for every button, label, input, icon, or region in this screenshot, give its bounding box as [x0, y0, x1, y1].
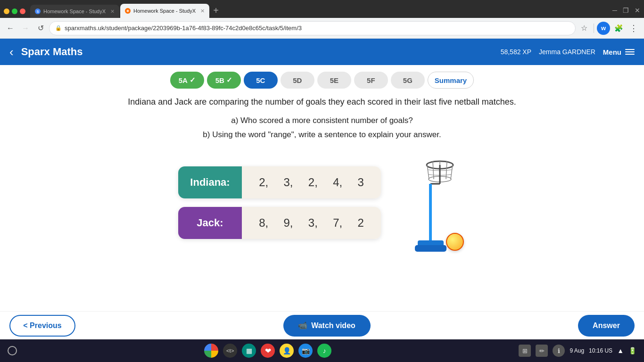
taskbar-ct-icon[interactable]: <t>	[223, 344, 237, 358]
app-header: ‹ Sparx Maths 58,582 XP Jemma GARDNER Me…	[0, 39, 644, 65]
taskbar-time: 10:16 US	[589, 347, 612, 354]
user-name: Jemma GARDNER	[539, 48, 595, 56]
answer-button[interactable]: Answer	[578, 315, 635, 337]
battery-icon: 🔋	[628, 347, 636, 354]
bottom-navigation: < Previous 📹 Watch video Answer	[0, 311, 644, 339]
menu-btn[interactable]: Menu	[603, 48, 635, 56]
taskbar-app3-icon[interactable]: ❤	[261, 344, 275, 358]
os-circle-btn[interactable]	[8, 346, 17, 355]
tab-5C[interactable]: 5C	[244, 72, 278, 89]
tab-summary[interactable]: Summary	[428, 72, 474, 89]
question-intro: Indiana and Jack are comparing the numbe…	[38, 95, 606, 109]
question-part-a: a) Who scored a more consistent number o…	[38, 114, 606, 128]
taskbar-screenshot-icon[interactable]: ⊞	[519, 345, 531, 357]
window-maximize-btn[interactable]	[12, 8, 17, 14]
tab-5D[interactable]: 5D	[281, 72, 314, 89]
window-close-btn[interactable]	[20, 8, 25, 14]
video-icon: 📹	[298, 321, 307, 330]
jack-values: 8, 9, 3, 7, 2	[242, 207, 381, 239]
nav-reload-btn[interactable]: ↺	[34, 22, 47, 35]
tab-5F[interactable]: 5F	[354, 72, 388, 89]
main-content: Indiana and Jack are comparing the numbe…	[0, 95, 644, 255]
profile-btn[interactable]: w	[597, 22, 610, 35]
data-section: Indiana: 2, 3, 2, 4, 3 Jack: 8, 9,	[38, 151, 606, 255]
taskbar-app5-icon[interactable]: 📷	[298, 344, 313, 358]
taskbar-pen-icon[interactable]: ✏	[536, 345, 548, 357]
browser-tab-active[interactable]: ◉ Homework Space - StudyX ✕	[120, 4, 209, 18]
check-icon-5A: ✓	[190, 76, 196, 84]
tab-navigation: 5A ✓ 5B ✓ 5C 5D 5E 5F 5G Summary	[0, 65, 644, 95]
window-minimize-btn[interactable]	[4, 8, 9, 14]
previous-button[interactable]: < Previous	[9, 315, 75, 337]
new-tab-btn[interactable]: +	[213, 5, 219, 18]
taskbar-chrome-icon[interactable]	[204, 344, 218, 358]
indiana-label: Indiana:	[178, 166, 242, 198]
watch-video-button[interactable]: 📹 Watch video	[283, 315, 371, 337]
wifi-icon: ▲	[617, 347, 624, 354]
address-bar[interactable]: 🔒 sparxmaths.uk/student/package/2203969b…	[49, 21, 576, 35]
jack-label: Jack:	[178, 207, 242, 239]
data-tables: Indiana: 2, 3, 2, 4, 3 Jack: 8, 9,	[178, 166, 381, 239]
taskbar-info-icon[interactable]: ℹ	[553, 345, 565, 357]
indiana-row: Indiana: 2, 3, 2, 4, 3	[178, 166, 381, 198]
indiana-values: 2, 3, 2, 4, 3	[242, 166, 381, 198]
watch-video-label: Watch video	[311, 321, 355, 330]
xp-display: 58,582 XP	[501, 48, 531, 56]
taskbar-meet-icon[interactable]: ▦	[242, 344, 256, 358]
tab-5B[interactable]: 5B ✓	[207, 72, 241, 89]
question-part-b: b) Using the word "range", write a sente…	[38, 128, 606, 142]
netball-illustration	[405, 151, 466, 255]
os-taskbar: <t> ▦ ❤ 👤 📷 ♪ ⊞ ✏ ℹ 9 Aug 10:16 US ▲ 🔋	[0, 339, 644, 362]
tab-5G[interactable]: 5G	[391, 72, 425, 89]
taskbar-spotify-icon[interactable]: ♪	[317, 344, 331, 358]
browser-tab-inactive[interactable]: S Homework Space - StudyX ✕	[30, 5, 119, 18]
url-lock-icon: 🔒	[55, 25, 62, 31]
taskbar-app4-icon[interactable]: 👤	[280, 344, 294, 358]
url-text: sparxmaths.uk/student/package/2203969b-1…	[65, 25, 570, 32]
taskbar-date: 9 Aug	[570, 347, 584, 354]
svg-rect-11	[415, 245, 446, 252]
nav-forward-btn[interactable]: →	[19, 22, 32, 35]
jack-row: Jack: 8, 9, 3, 7, 2	[178, 207, 381, 239]
browser-restore-icon[interactable]: ❐	[623, 7, 629, 14]
browser-menu-btn[interactable]: ⋮	[627, 22, 640, 35]
nav-back-arrow[interactable]: ‹	[9, 45, 14, 59]
check-icon-5B: ✓	[226, 76, 232, 84]
browser-close-icon[interactable]: ✕	[635, 7, 640, 14]
bookmark-btn[interactable]: ☆	[578, 22, 591, 35]
hamburger-icon	[625, 49, 635, 55]
extensions-btn[interactable]: 🧩	[612, 22, 625, 35]
menu-label: Menu	[603, 48, 621, 56]
tab-5E[interactable]: 5E	[317, 72, 351, 89]
netball-ball	[446, 233, 464, 251]
nav-back-btn[interactable]: ←	[4, 22, 17, 35]
tab-5A[interactable]: 5A ✓	[170, 72, 204, 89]
app-logo: Sparx Maths	[21, 46, 83, 58]
browser-minimize-icon[interactable]: ─	[612, 7, 617, 14]
